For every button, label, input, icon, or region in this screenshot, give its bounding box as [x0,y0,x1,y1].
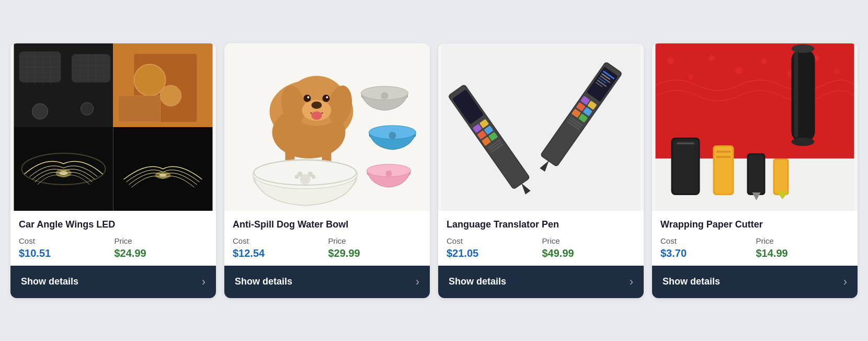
svg-text:❄: ❄ [833,67,840,76]
svg-point-32 [60,171,68,175]
svg-point-61 [381,92,389,99]
show-details-label-translator-pen: Show details [449,276,506,287]
cost-label-paper-cutter: Cost [660,236,754,245]
svg-rect-124 [749,155,764,194]
product-name-car-wings: Car Angle Wings LED [19,219,208,230]
show-details-button-translator-pen[interactable]: Show details › [438,266,644,298]
pricing-translator-pen: Cost Price $21.05 $49.99 [447,236,635,259]
svg-rect-116 [673,139,699,194]
cost-value-paper-cutter: $3.70 [660,247,754,259]
svg-point-64 [389,132,396,139]
cost-value-dog-bowl: $12.54 [233,247,326,259]
product-image-dog-bowl [224,43,430,211]
pricing-dog-bowl: Cost Price $12.54 $29.99 [233,236,421,259]
pricing-car-wings: Cost Price $10.51 $24.99 [19,236,208,259]
product-name-translator-pen: Language Translator Pen [447,219,635,230]
svg-point-27 [161,85,181,106]
cost-value-translator-pen: $21.05 [447,247,540,259]
cost-label-translator-pen: Cost [447,236,540,245]
svg-rect-118 [677,143,694,144]
price-label-translator-pen: Price [542,236,636,245]
svg-rect-114 [794,51,798,138]
price-value-paper-cutter: $14.99 [756,247,850,259]
svg-point-56 [295,175,299,179]
svg-rect-121 [716,151,731,153]
product-info-car-wings: Car Angle Wings LED Cost Price $10.51 $2… [10,211,216,266]
svg-text:❅: ❅ [734,64,744,77]
svg-point-22 [32,104,48,119]
show-details-button-paper-cutter[interactable]: Show details › [652,266,858,298]
price-value-car-wings: $24.99 [115,247,208,259]
svg-point-45 [323,95,330,102]
svg-point-48 [312,111,322,120]
product-info-dog-bowl: Anti-Spill Dog Water Bowl Cost Price $12… [224,211,430,266]
price-label-car-wings: Price [115,236,208,245]
show-details-button-car-wings[interactable]: Show details › [10,266,216,298]
show-details-label-car-wings: Show details [21,276,78,287]
chevron-right-icon: › [843,275,847,289]
chevron-right-icon: › [202,275,205,289]
svg-point-35 [159,173,167,177]
product-image-car-wings [10,43,216,211]
product-info-paper-cutter: Wrapping Paper Cutter Cost Price $3.70 $… [652,211,858,266]
svg-text:❄: ❄ [687,73,694,82]
product-card-paper-cutter: ❄ ❄ ❄ ❅ ❄ ❄ ❅ ❄ [652,43,858,298]
show-details-button-dog-bowl[interactable]: Show details › [224,266,430,298]
product-name-paper-cutter: Wrapping Paper Cutter [660,219,849,230]
svg-point-46 [307,96,310,98]
svg-point-47 [326,96,328,98]
svg-rect-28 [119,96,161,122]
svg-rect-122 [716,156,731,158]
svg-point-23 [81,103,94,115]
svg-rect-120 [715,147,733,194]
price-label-dog-bowl: Price [328,236,422,245]
cost-label-car-wings: Cost [19,236,112,245]
show-details-label-dog-bowl: Show details [235,276,292,287]
product-image-paper-cutter: ❄ ❄ ❄ ❅ ❄ ❄ ❅ ❄ [652,43,858,211]
product-info-translator-pen: Language Translator Pen Cost Price $21.0… [438,211,644,266]
product-card-translator-pen: Language Translator Pen Cost Price $21.0… [438,43,644,298]
cost-value-car-wings: $10.51 [19,247,112,259]
pricing-paper-cutter: Cost Price $3.70 $14.99 [660,236,849,259]
svg-point-113 [792,138,815,146]
product-card-car-wings: Car Angle Wings LED Cost Price $10.51 $2… [10,43,216,298]
products-grid: Car Angle Wings LED Cost Price $10.51 $2… [10,43,858,298]
cost-label-dog-bowl: Cost [233,236,326,245]
svg-text:❄: ❄ [760,57,767,66]
price-label-paper-cutter: Price [756,236,850,245]
show-details-label-paper-cutter: Show details [663,276,720,287]
chevron-right-icon: › [630,275,633,289]
svg-point-57 [312,175,316,179]
product-name-dog-bowl: Anti-Spill Dog Water Bowl [233,219,421,230]
svg-point-112 [792,44,815,53]
svg-rect-13 [73,55,110,82]
svg-rect-127 [775,160,787,194]
price-value-translator-pen: $49.99 [542,247,636,259]
svg-point-67 [386,170,392,177]
svg-text:❄: ❄ [708,53,716,64]
chevron-right-icon: › [416,275,419,289]
svg-point-44 [304,95,311,102]
svg-point-26 [134,64,166,96]
svg-text:❄: ❄ [666,55,675,66]
svg-point-43 [312,101,322,109]
product-image-translator-pen [438,43,644,211]
price-value-dog-bowl: $29.99 [328,247,422,259]
product-card-dog-bowl: Anti-Spill Dog Water Bowl Cost Price $12… [224,43,430,298]
